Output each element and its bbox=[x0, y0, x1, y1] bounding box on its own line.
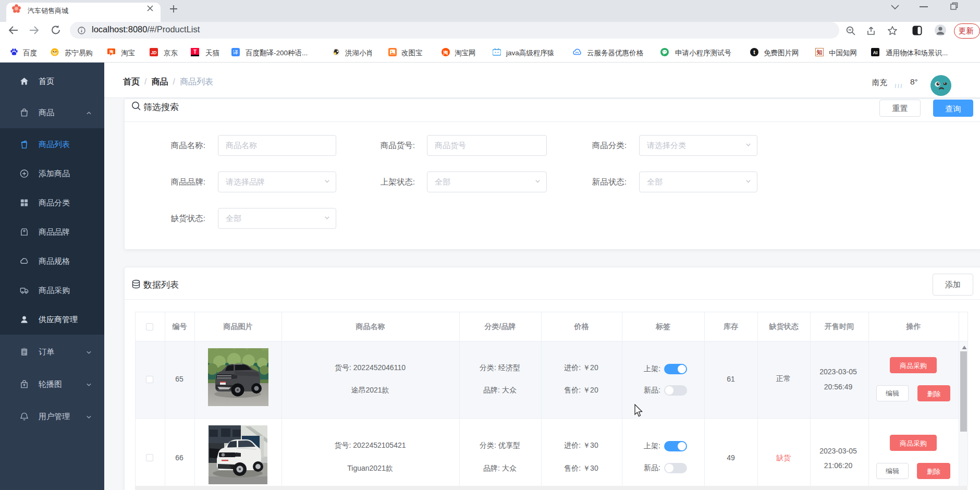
svg-text:淘: 淘 bbox=[443, 50, 448, 55]
svg-text:T: T bbox=[193, 49, 197, 55]
svg-text:AI: AI bbox=[873, 50, 878, 55]
svg-text:知: 知 bbox=[816, 49, 823, 55]
svg-text:译: 译 bbox=[232, 50, 238, 55]
svg-text:t: t bbox=[753, 49, 755, 55]
svg-text:JD: JD bbox=[151, 50, 157, 55]
svg-text:淘: 淘 bbox=[108, 50, 113, 54]
